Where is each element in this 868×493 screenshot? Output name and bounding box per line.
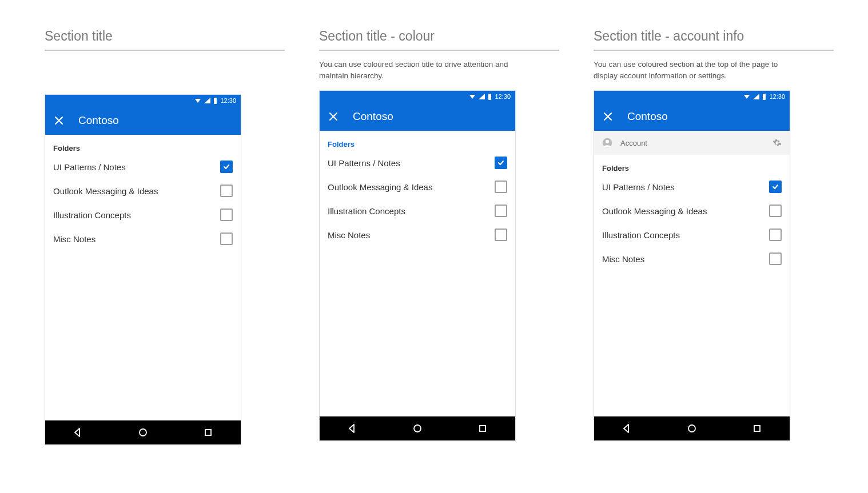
- recent-icon[interactable]: [196, 420, 221, 444]
- folder-row[interactable]: Illustration Concepts: [45, 203, 241, 227]
- checkbox-icon[interactable]: [495, 229, 507, 241]
- phone-mock: 12:30 Contoso Folders UI Patterns / Note…: [319, 90, 516, 441]
- svg-rect-1: [205, 430, 211, 435]
- checkbox-icon[interactable]: [769, 205, 782, 217]
- checkbox-icon[interactable]: [769, 252, 782, 265]
- checkbox-icon[interactable]: [495, 181, 507, 193]
- close-icon[interactable]: [53, 115, 65, 126]
- battery-icon: [488, 94, 491, 100]
- column-description: You can use coloured section title to dr…: [319, 59, 513, 81]
- person-icon: [602, 138, 612, 148]
- checkbox-icon[interactable]: [769, 229, 782, 241]
- content-area: Account Folders UI Patterns / Notes Outl…: [594, 131, 790, 416]
- android-nav-bar: [594, 416, 790, 440]
- signal-icon: [753, 94, 759, 99]
- section-header: Folders: [45, 135, 241, 155]
- column-title: Section title: [45, 29, 285, 51]
- app-bar: Contoso: [320, 102, 515, 131]
- gear-icon[interactable]: [773, 138, 782, 147]
- checkbox-icon[interactable]: [220, 233, 233, 245]
- folder-label: Misc Notes: [328, 230, 370, 240]
- column: Section title - colour You can use colou…: [319, 29, 559, 441]
- status-time: 12:30: [220, 97, 236, 104]
- close-icon[interactable]: [328, 111, 339, 122]
- folder-label: Illustration Concepts: [53, 210, 131, 220]
- back-icon[interactable]: [614, 416, 639, 440]
- phone-mock: 12:30 Contoso Account Folders UI Pattern…: [594, 90, 790, 441]
- home-icon[interactable]: [679, 416, 704, 440]
- column-title: Section title - colour: [319, 29, 559, 51]
- account-row[interactable]: Account: [594, 131, 790, 155]
- wifi-icon: [744, 95, 750, 99]
- folder-row[interactable]: Illustration Concepts: [594, 223, 790, 247]
- column-title: Section title - account info: [594, 29, 834, 51]
- column: Section title 12:30 Contoso Folders UI P…: [45, 29, 285, 445]
- folder-label: Outlook Messaging & Ideas: [602, 206, 707, 216]
- checkbox-checked-icon[interactable]: [769, 181, 782, 193]
- folder-row[interactable]: Misc Notes: [45, 227, 241, 251]
- recent-icon[interactable]: [470, 416, 495, 440]
- android-nav-bar: [320, 416, 515, 440]
- folder-row[interactable]: Outlook Messaging & Ideas: [594, 199, 790, 223]
- spacer: [45, 59, 285, 94]
- battery-icon: [214, 98, 217, 104]
- recent-icon[interactable]: [744, 416, 770, 440]
- folder-row[interactable]: Outlook Messaging & Ideas: [45, 179, 241, 203]
- wifi-icon: [195, 99, 201, 103]
- folder-label: Outlook Messaging & Ideas: [53, 186, 158, 196]
- folder-row[interactable]: Misc Notes: [594, 247, 790, 271]
- back-icon[interactable]: [65, 420, 90, 444]
- home-icon[interactable]: [130, 420, 156, 444]
- column: Section title - account info You can use…: [594, 29, 834, 441]
- status-time: 12:30: [769, 93, 785, 100]
- content-area: Folders UI Patterns / Notes Outlook Mess…: [45, 135, 241, 420]
- signal-icon: [204, 98, 210, 103]
- checkbox-checked-icon[interactable]: [495, 157, 507, 169]
- account-label: Account: [620, 139, 647, 147]
- battery-icon: [763, 94, 766, 100]
- svg-rect-7: [754, 426, 760, 431]
- folder-label: UI Patterns / Notes: [53, 162, 126, 172]
- checkbox-icon[interactable]: [220, 209, 233, 221]
- svg-rect-3: [480, 426, 485, 431]
- phone-mock: 12:30 Contoso Folders UI Patterns / Note…: [45, 94, 241, 445]
- folder-label: Misc Notes: [602, 254, 644, 264]
- folder-row[interactable]: UI Patterns / Notes: [320, 151, 515, 175]
- folder-row[interactable]: UI Patterns / Notes: [45, 155, 241, 179]
- checkbox-checked-icon[interactable]: [220, 161, 233, 173]
- signal-icon: [479, 94, 485, 99]
- android-nav-bar: [45, 420, 241, 444]
- folder-label: Outlook Messaging & Ideas: [328, 182, 432, 192]
- svg-point-2: [414, 425, 421, 432]
- folder-row[interactable]: Illustration Concepts: [320, 199, 515, 223]
- close-icon[interactable]: [602, 111, 614, 122]
- folder-row[interactable]: Outlook Messaging & Ideas: [320, 175, 515, 199]
- app-title: Contoso: [627, 110, 668, 123]
- app-bar: Contoso: [45, 106, 241, 135]
- section-header: Folders: [594, 155, 790, 175]
- checkbox-icon[interactable]: [220, 185, 233, 197]
- folder-row[interactable]: Misc Notes: [320, 223, 515, 247]
- folder-label: Misc Notes: [53, 234, 95, 244]
- content-area: Folders UI Patterns / Notes Outlook Mess…: [320, 131, 515, 416]
- status-bar: 12:30: [594, 91, 790, 102]
- app-title: Contoso: [353, 110, 393, 123]
- folder-label: Illustration Concepts: [328, 206, 405, 216]
- back-icon[interactable]: [340, 416, 365, 440]
- status-bar: 12:30: [45, 95, 241, 106]
- svg-point-6: [688, 425, 695, 432]
- wifi-icon: [469, 95, 475, 99]
- app-bar: Contoso: [594, 102, 790, 131]
- column-description: You can use coloured section at the top …: [594, 59, 788, 81]
- checkbox-icon[interactable]: [495, 205, 507, 217]
- folder-label: UI Patterns / Notes: [602, 182, 675, 192]
- home-icon[interactable]: [405, 416, 430, 440]
- app-title: Contoso: [78, 114, 119, 127]
- svg-point-5: [606, 140, 609, 143]
- status-time: 12:30: [495, 93, 511, 100]
- folder-row[interactable]: UI Patterns / Notes: [594, 175, 790, 199]
- folder-label: Illustration Concepts: [602, 230, 680, 240]
- folder-label: UI Patterns / Notes: [328, 158, 400, 168]
- section-header: Folders: [320, 131, 515, 151]
- status-bar: 12:30: [320, 91, 515, 102]
